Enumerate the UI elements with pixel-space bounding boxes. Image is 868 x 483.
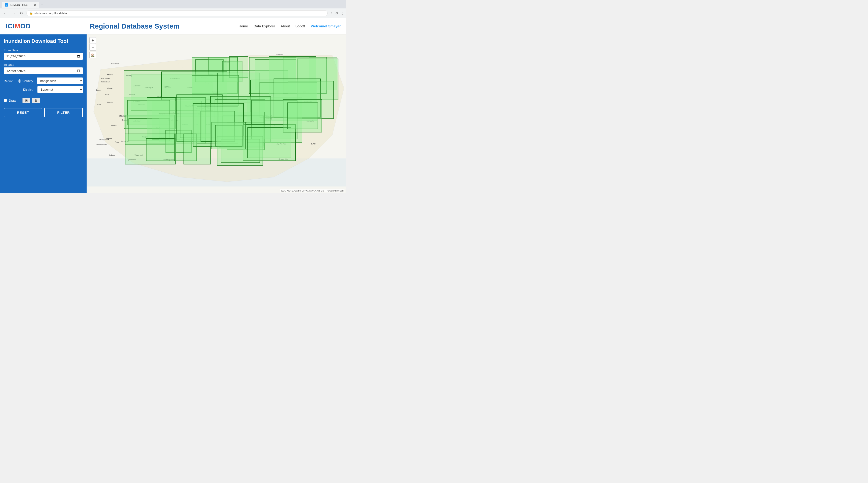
country-option-label: Country xyxy=(23,79,35,83)
svg-text:Aligarh: Aligarh xyxy=(107,87,113,89)
country-select[interactable]: Bangladesh Nepal India Pakistan Bhutan xyxy=(37,78,83,84)
from-date-group: From Date xyxy=(4,49,83,60)
svg-text:Solapur: Solapur xyxy=(109,154,116,156)
browser-tab-bar: M ICIMOD | RDS ✕ + xyxy=(0,0,346,8)
tab-close-button[interactable]: ✕ xyxy=(34,3,36,7)
sidebar: Inundation Download Tool From Date To Da… xyxy=(0,34,87,193)
action-buttons: RESET FILTER xyxy=(4,108,83,117)
district-option-row: District Bagerhat Dhaka Chittagong Sylhe… xyxy=(19,86,83,93)
browser-toolbar: ← → ⟳ 🔒 rds.icimod.org/flooddata ☆ ⚙ ⋮ xyxy=(0,8,346,18)
back-button[interactable]: ← xyxy=(2,10,8,16)
svg-text:Wangda: Wangda xyxy=(276,53,283,56)
region-label: Region xyxy=(4,78,17,83)
app-header: ICIMOD Regional Database System Home Dat… xyxy=(0,18,346,34)
lock-icon: 🔒 xyxy=(30,11,33,15)
menu-button[interactable]: ⋮ xyxy=(340,11,344,16)
nav-data-explorer[interactable]: Data Explorer xyxy=(254,24,275,28)
extensions-button[interactable]: ⚙ xyxy=(335,11,339,16)
svg-text:Agra: Agra xyxy=(105,93,109,95)
attribution-text: Esri, HERE, Garmin, FAO, NOAA, USGS xyxy=(281,189,324,192)
zoom-out-button[interactable]: − xyxy=(89,44,96,51)
map-svg: Dehradun Meerut New Delhi Faridabad Alig… xyxy=(87,34,346,193)
svg-text:Kota: Kota xyxy=(97,103,101,105)
reset-button[interactable]: RESET xyxy=(4,108,42,117)
region-row: Region Country Bangladesh Nepal India Pa… xyxy=(4,78,83,95)
nav-about[interactable]: About xyxy=(281,24,290,28)
svg-text:Meerut: Meerut xyxy=(107,74,113,76)
map-background: Dehradun Meerut New Delhi Faridabad Alig… xyxy=(87,34,346,193)
svg-text:New Delhi: New Delhi xyxy=(101,78,110,80)
country-radio[interactable] xyxy=(19,79,21,83)
svg-text:Jaipur: Jaipur xyxy=(96,89,101,91)
svg-text:Faridabad: Faridabad xyxy=(101,81,110,83)
region-options: Country Bangladesh Nepal India Pakistan … xyxy=(19,78,83,95)
draw-row: Draw ▣ 🗑 xyxy=(4,98,83,103)
forward-button[interactable]: → xyxy=(10,10,17,16)
to-date-group: To Date xyxy=(4,63,83,74)
from-date-input[interactable] xyxy=(4,53,83,60)
nav-welcome: Welcome! fjmeyer xyxy=(311,24,341,28)
draw-label: Draw xyxy=(9,99,16,102)
nav-home[interactable]: Home xyxy=(239,24,248,28)
svg-text:Akola: Akola xyxy=(115,141,120,143)
browser-actions: ☆ ⚙ ⋮ xyxy=(330,11,344,16)
home-button[interactable]: 🏠 xyxy=(89,52,96,58)
svg-text:Urangabad: Urangabad xyxy=(99,139,109,141)
from-date-label: From Date xyxy=(4,49,83,52)
browser-chrome: M ICIMOD | RDS ✕ + ← → ⟳ 🔒 rds.icimod.or… xyxy=(0,0,346,18)
to-date-label: To Date xyxy=(4,63,83,66)
tab-favicon: M xyxy=(5,3,8,6)
to-date-input[interactable] xyxy=(4,67,83,74)
nav-links: Home Data Explorer About Logoff Welcome!… xyxy=(239,24,341,28)
svg-text:LAC: LAC xyxy=(311,143,316,145)
sidebar-title: Inundation Download Tool xyxy=(4,38,83,44)
svg-text:Indore: Indore xyxy=(111,125,117,127)
country-option-row: Country Bangladesh Nepal India Pakistan … xyxy=(19,78,83,84)
district-select[interactable]: Bagerhat Dhaka Chittagong Sylhet xyxy=(37,86,83,93)
svg-text:Gwalior: Gwalior xyxy=(107,101,114,103)
filter-button[interactable]: FILTER xyxy=(44,108,83,117)
svg-text:Dehradun: Dehradun xyxy=(111,63,119,65)
new-tab-button[interactable]: + xyxy=(39,3,45,7)
main-content: Inundation Download Tool From Date To Da… xyxy=(0,34,346,193)
address-bar[interactable]: 🔒 rds.icimod.org/flooddata xyxy=(26,10,328,16)
browser-tab[interactable]: M ICIMOD | RDS ✕ xyxy=(2,2,39,8)
app-container: ICIMOD Regional Database System Home Dat… xyxy=(0,18,346,193)
url-text: rds.icimod.org/flooddata xyxy=(34,11,67,15)
district-option-label: District xyxy=(23,88,36,91)
tab-title: ICIMOD | RDS xyxy=(10,3,28,6)
svg-rect-100 xyxy=(146,139,176,161)
bookmark-button[interactable]: ☆ xyxy=(330,11,334,16)
logo: ICIMOD xyxy=(6,23,31,30)
nav-logoff[interactable]: Logoff xyxy=(295,24,305,28)
map-controls: + − 🏠 xyxy=(89,37,96,58)
reload-button[interactable]: ⟳ xyxy=(19,10,25,16)
draw-rect-button[interactable]: ▣ xyxy=(23,98,30,103)
map-attribution: Esri, HERE, Garmin, FAO, NOAA, USGS Powe… xyxy=(280,189,344,192)
draw-radio[interactable] xyxy=(4,99,7,102)
zoom-in-button[interactable]: + xyxy=(89,37,96,44)
svg-text:Aurangabad: Aurangabad xyxy=(96,143,107,145)
app-title: Regional Database System xyxy=(31,22,239,30)
svg-rect-111 xyxy=(287,103,318,129)
draw-clear-button[interactable]: 🗑 xyxy=(32,98,40,103)
powered-by-text: Powered by Esri xyxy=(327,189,344,192)
svg-rect-113 xyxy=(215,125,242,146)
map-container: Dehradun Meerut New Delhi Faridabad Alig… xyxy=(87,34,346,193)
